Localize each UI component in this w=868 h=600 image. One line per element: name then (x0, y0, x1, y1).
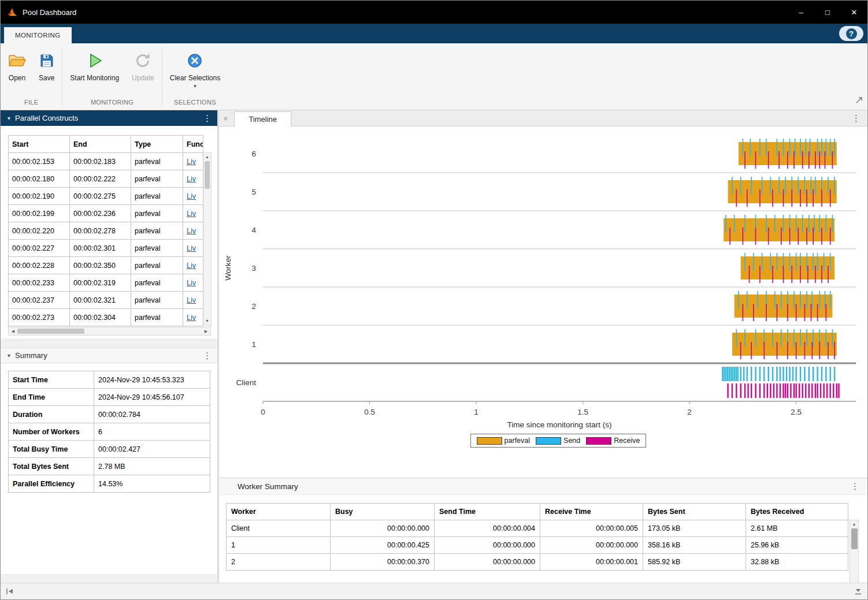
pc-cell-end: 00:00:02.350 (70, 257, 131, 274)
pc-cell-type: parfeval (131, 240, 183, 257)
ws-table-row[interactable]: Client00:00:00.00000:00:00.00400:00:00.0… (227, 520, 848, 537)
kebab-menu-icon[interactable]: ⋮ (203, 351, 212, 361)
kebab-menu-icon[interactable]: ⋮ (852, 113, 860, 124)
function-link[interactable]: Liv (187, 314, 196, 322)
scrollbar-thumb[interactable] (851, 528, 858, 549)
scroll-up-icon[interactable]: ▲ (205, 153, 209, 161)
pc-table-row[interactable]: 00:00:02.19000:00:02.275parfevalLiv (9, 188, 203, 205)
kebab-menu-icon[interactable]: ⋮ (203, 113, 212, 124)
svg-text:2: 2 (687, 408, 692, 416)
function-link[interactable]: Liv (187, 296, 196, 304)
pc-table-row[interactable]: 00:00:02.19900:00:02.236parfevalLiv (9, 205, 203, 222)
pc-table-row[interactable]: 00:00:02.23300:00:02.319parfevalLiv (9, 274, 203, 292)
pc-table-row[interactable]: 00:00:02.27300:00:02.304parfevalLiv (9, 309, 203, 326)
pc-table-row[interactable]: 00:00:02.22000:00:02.278parfevalLiv (9, 222, 203, 240)
scroll-left-icon[interactable]: ◀ (9, 329, 17, 334)
update-button[interactable]: Update (125, 46, 161, 83)
pc-cell-type: parfeval (131, 292, 183, 309)
worker-summary-table[interactable]: Worker Busy Send Time Receive Time Bytes… (226, 503, 848, 571)
ws-vertical-scrollbar[interactable]: ▲ ▼ (850, 520, 859, 590)
ws-table-row[interactable]: 100:00:00.42500:00:00.00000:00:00.000358… (227, 537, 848, 554)
update-label: Update (132, 74, 154, 82)
expand-icon (855, 96, 863, 104)
ws-cell: 2.61 MB (746, 520, 848, 537)
minimize-button[interactable]: – (788, 1, 814, 24)
ws-table-row[interactable]: 200:00:00.37000:00:00.00000:00:00.001585… (227, 554, 848, 571)
summary-row: Total Bytes Sent2.78 MB (9, 458, 210, 475)
ws-cell: 358.16 kB (643, 537, 746, 554)
monitoring-group: Start Monitoring Update MONITORING (62, 43, 161, 110)
scrollbar-thumb[interactable] (205, 161, 210, 189)
function-link[interactable]: Liv (187, 244, 196, 252)
pc-cell-function: Liv (183, 257, 203, 274)
function-link[interactable]: Liv (187, 210, 196, 218)
ws-col-receive-time: Receive Time (540, 504, 643, 520)
svg-text:2: 2 (251, 302, 256, 311)
pc-table-row[interactable]: 00:00:02.22700:00:02.301parfevalLiv (9, 240, 203, 257)
pc-table-row[interactable]: 00:00:02.23700:00:02.321parfevalLiv (9, 292, 203, 309)
pc-horizontal-scrollbar[interactable]: ◀ ▶ (8, 327, 211, 336)
pc-cell-function: Liv (183, 292, 203, 309)
pc-table-row[interactable]: 00:00:02.18000:00:02.222parfevalLiv (9, 170, 203, 188)
close-button[interactable]: ✕ (841, 1, 867, 24)
timeline-chart[interactable]: 654321Client00.511.522.5Time since monit… (219, 126, 860, 431)
function-link[interactable]: Liv (187, 175, 196, 183)
selections-group-label: SELECTIONS (164, 95, 227, 110)
parallel-constructs-panel: Start End Type Function 00:00:02.15300:0… (1, 126, 217, 338)
save-button[interactable]: Save (32, 46, 61, 83)
collapse-left-panel-icon[interactable] (6, 588, 14, 595)
pc-cell-end: 00:00:02.183 (70, 153, 131, 170)
summary-label: Duration (9, 406, 94, 423)
pc-cell-start: 00:00:02.228 (9, 257, 70, 274)
tab-monitoring[interactable]: MONITORING (4, 27, 72, 43)
open-folder-icon (8, 50, 26, 71)
kebab-menu-icon[interactable]: ⋮ (851, 481, 859, 491)
expand-layout-button[interactable] (855, 96, 863, 106)
function-link[interactable]: Liv (187, 227, 196, 235)
pc-cell-type: parfeval (131, 222, 183, 240)
parallel-constructs-table[interactable]: Start End Type Function 00:00:02.15300:0… (8, 135, 203, 326)
open-button[interactable]: Open (2, 46, 32, 83)
dropdown-arrow-icon: ▾ (194, 83, 196, 89)
pc-col-start: Start (9, 136, 70, 153)
pc-vertical-scrollbar[interactable]: ▲ ▼ (203, 152, 212, 326)
ws-cell: 00:00:00.004 (435, 520, 540, 537)
close-icon: ✕ (851, 8, 858, 17)
panel-grip-icon[interactable]: ≡ (224, 115, 227, 122)
send-swatch (536, 437, 561, 445)
start-monitoring-button[interactable]: Start Monitoring (64, 46, 125, 83)
scrollbar-thumb[interactable] (17, 329, 84, 334)
function-link[interactable]: Liv (187, 279, 196, 287)
pc-cell-end: 00:00:02.275 (70, 188, 131, 205)
summary-row: Start Time2024-Nov-29 10:45:53.323 (9, 371, 210, 389)
main-area: ▾ Parallel Constructs ⋮ Start End Type F… (1, 110, 867, 583)
collapse-triangle-icon[interactable]: ▾ (8, 115, 10, 121)
pc-cell-end: 00:00:02.319 (70, 274, 131, 292)
ws-cell: 00:00:00.000 (435, 554, 540, 571)
svg-text:0.5: 0.5 (364, 408, 375, 416)
scroll-up-icon[interactable]: ▲ (852, 520, 856, 528)
pc-cell-end: 00:00:02.321 (70, 292, 131, 309)
scroll-down-icon[interactable]: ▼ (205, 317, 209, 325)
function-link[interactable]: Liv (187, 262, 196, 270)
receive-swatch (586, 437, 611, 445)
collapse-triangle-icon[interactable]: ▾ (8, 352, 10, 359)
maximize-button[interactable]: □ (814, 1, 841, 24)
tab-timeline[interactable]: Timeline (234, 111, 291, 126)
pc-cell-start: 00:00:02.220 (9, 222, 70, 240)
collapse-bottom-panel-icon[interactable] (854, 588, 862, 595)
pc-table-row[interactable]: 00:00:02.15300:00:02.183parfevalLiv (9, 153, 203, 170)
file-group: Open Save FI (1, 43, 62, 110)
pc-cell-function: Liv (183, 205, 203, 222)
ws-col-bytes-received: Bytes Received (746, 504, 848, 520)
help-button[interactable]: ? (839, 26, 863, 41)
scroll-right-icon[interactable]: ▶ (202, 329, 210, 334)
pc-table-row[interactable]: 00:00:02.22800:00:02.350parfevalLiv (9, 257, 203, 274)
ribbon: MONITORING ? (1, 24, 867, 43)
pc-header-row: Start End Type Function (9, 136, 203, 153)
statusbar (1, 583, 867, 599)
svg-text:0: 0 (261, 408, 265, 416)
clear-selections-button[interactable]: Clear Selections ▾ (164, 46, 227, 90)
function-link[interactable]: Liv (187, 158, 196, 166)
function-link[interactable]: Liv (187, 192, 196, 200)
